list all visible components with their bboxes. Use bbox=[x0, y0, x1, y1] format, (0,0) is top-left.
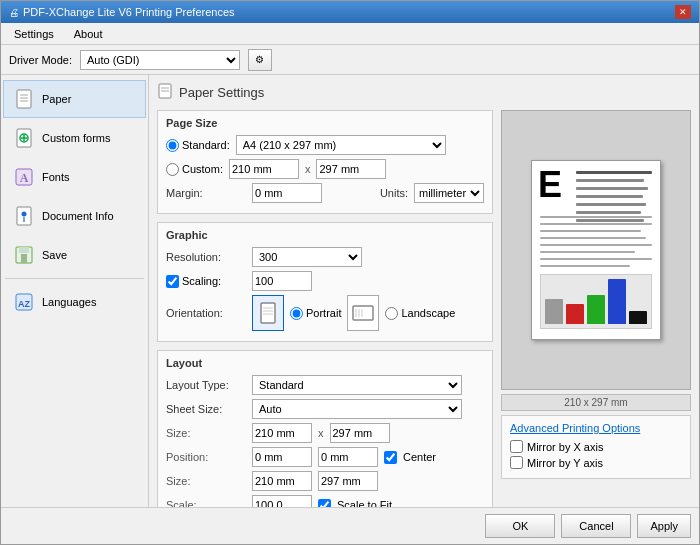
mirror-y-checkbox[interactable] bbox=[510, 456, 523, 469]
panel-title: Paper Settings bbox=[179, 85, 264, 100]
toolbar: Driver Mode: Auto (GDI) ⚙ bbox=[1, 45, 699, 75]
advanced-section: Advanced Printing Options Mirror by X ax… bbox=[501, 415, 691, 479]
sidebar-label-custom-forms: Custom forms bbox=[42, 132, 110, 144]
cancel-button[interactable]: Cancel bbox=[561, 514, 631, 538]
svg-rect-0 bbox=[17, 90, 31, 108]
custom-radio[interactable] bbox=[166, 163, 179, 176]
menu-item-about[interactable]: About bbox=[65, 25, 112, 43]
size-display-row: Size: x bbox=[166, 423, 484, 443]
main-window: 🖨 PDF-XChange Lite V6 Printing Preferenc… bbox=[0, 0, 700, 545]
layout-type-label: Layout Type: bbox=[166, 379, 246, 391]
sidebar-item-paper[interactable]: Paper bbox=[3, 80, 146, 118]
layout-section: Layout Layout Type: Standard Booklet n-U… bbox=[157, 350, 493, 507]
mirror-x-checkbox[interactable] bbox=[510, 440, 523, 453]
custom-width-input[interactable] bbox=[229, 159, 299, 179]
position-row: Position: Center bbox=[166, 447, 484, 467]
size2-height-input[interactable] bbox=[318, 471, 378, 491]
sidebar-label-document-info: Document Info bbox=[42, 210, 114, 222]
standard-row: Standard: A4 (210 x 297 mm) A3 Letter bbox=[166, 135, 484, 155]
portrait-radio[interactable] bbox=[290, 307, 303, 320]
standard-size-select[interactable]: A4 (210 x 297 mm) A3 Letter bbox=[236, 135, 446, 155]
custom-radio-label[interactable]: Custom: bbox=[166, 163, 223, 176]
position-x-input[interactable] bbox=[252, 447, 312, 467]
svg-rect-21 bbox=[261, 303, 275, 323]
standard-radio[interactable] bbox=[166, 139, 179, 152]
scale-input[interactable] bbox=[252, 495, 312, 507]
paper-sheet: E bbox=[531, 160, 661, 340]
sidebar-item-save[interactable]: Save bbox=[3, 236, 146, 274]
size-row: Size: bbox=[166, 471, 484, 491]
page-size-section: Page Size Standard: A4 (210 x 297 mm) A3… bbox=[157, 110, 493, 214]
sidebar-item-document-info[interactable]: i Document Info bbox=[3, 197, 146, 235]
sidebar-item-fonts[interactable]: A Fonts bbox=[3, 158, 146, 196]
window-title: PDF-XChange Lite V6 Printing Preferences bbox=[23, 6, 235, 18]
driver-settings-button[interactable]: ⚙ bbox=[248, 49, 272, 71]
panel-body: Page Size Standard: A4 (210 x 297 mm) A3… bbox=[157, 110, 691, 507]
paper-icon bbox=[12, 87, 36, 111]
graphic-section: Graphic Resolution: 300 150 600 1200 bbox=[157, 222, 493, 342]
landscape-button[interactable] bbox=[347, 295, 379, 331]
portrait-button[interactable] bbox=[252, 295, 284, 331]
scale-row: Scale: Scale to Fit bbox=[166, 495, 484, 507]
center-checkbox[interactable] bbox=[384, 451, 397, 464]
portrait-radio-label[interactable]: Portrait bbox=[290, 307, 341, 320]
landscape-radio-label[interactable]: Landscape bbox=[385, 307, 455, 320]
panel-header: Paper Settings bbox=[157, 83, 691, 102]
bottom-bar: OK Cancel Apply bbox=[1, 507, 699, 544]
orientation-label: Orientation: bbox=[166, 307, 246, 319]
close-button[interactable]: ✕ bbox=[675, 5, 691, 19]
fonts-icon: A bbox=[12, 165, 36, 189]
apply-button[interactable]: Apply bbox=[637, 514, 691, 538]
sidebar-item-languages[interactable]: AZ Languages bbox=[3, 283, 146, 321]
margin-row: Margin: Units: millimeter inch point bbox=[166, 183, 484, 203]
sheet-height-display[interactable] bbox=[330, 423, 390, 443]
main-panel: Paper Settings Page Size Standard: bbox=[149, 75, 699, 507]
layout-type-row: Layout Type: Standard Booklet n-Up bbox=[166, 375, 484, 395]
title-bar: 🖨 PDF-XChange Lite V6 Printing Preferenc… bbox=[1, 1, 699, 23]
sidebar-item-custom-forms[interactable]: Custom forms bbox=[3, 119, 146, 157]
sheet-size-row: Sheet Size: Auto A4 A3 bbox=[166, 399, 484, 419]
standard-radio-label[interactable]: Standard: bbox=[166, 139, 230, 152]
ok-button[interactable]: OK bbox=[485, 514, 555, 538]
sidebar-divider bbox=[5, 278, 144, 279]
svg-rect-14 bbox=[19, 247, 29, 253]
layout-type-select[interactable]: Standard Booklet n-Up bbox=[252, 375, 462, 395]
bottom-lines bbox=[540, 216, 652, 267]
svg-text:A: A bbox=[20, 171, 29, 185]
landscape-radio[interactable] bbox=[385, 307, 398, 320]
page-size-title: Page Size bbox=[166, 117, 484, 129]
custom-row: Custom: x bbox=[166, 159, 484, 179]
settings-form: Page Size Standard: A4 (210 x 297 mm) A3… bbox=[157, 110, 493, 507]
scaling-input[interactable] bbox=[252, 271, 312, 291]
position-y-input[interactable] bbox=[318, 447, 378, 467]
custom-forms-icon bbox=[12, 126, 36, 150]
orientation-row: Orientation: Portrait bbox=[166, 295, 484, 331]
menu-item-settings[interactable]: Settings bbox=[5, 25, 63, 43]
position-label: Position: bbox=[166, 451, 246, 463]
paper-preview: E bbox=[501, 110, 691, 390]
mirror-x-label: Mirror by X axis bbox=[527, 441, 603, 453]
layout-title: Layout bbox=[166, 357, 484, 369]
resolution-row: Resolution: 300 150 600 1200 bbox=[166, 247, 484, 267]
margin-input[interactable] bbox=[252, 183, 322, 203]
scale-label: Scale: bbox=[166, 499, 246, 507]
scaling-checkbox[interactable] bbox=[166, 275, 179, 288]
custom-height-input[interactable] bbox=[316, 159, 386, 179]
menu-bar: Settings About bbox=[1, 23, 699, 45]
resolution-select[interactable]: 300 150 600 1200 bbox=[252, 247, 362, 267]
svg-text:i: i bbox=[23, 214, 26, 224]
size2-width-input[interactable] bbox=[252, 471, 312, 491]
x-separator: x bbox=[305, 163, 311, 175]
content-area: Paper Custom forms A Fonts i Document In… bbox=[1, 75, 699, 507]
sheet-width-display[interactable] bbox=[252, 423, 312, 443]
units-select[interactable]: millimeter inch point bbox=[414, 183, 484, 203]
driver-mode-label: Driver Mode: bbox=[9, 54, 72, 66]
sheet-size-select[interactable]: Auto A4 A3 bbox=[252, 399, 462, 419]
panel-header-icon bbox=[157, 83, 173, 102]
svg-rect-15 bbox=[21, 254, 27, 263]
scaling-label: Scaling: bbox=[182, 275, 221, 287]
scale-to-fit-checkbox[interactable] bbox=[318, 499, 331, 508]
sheet-size-label: Sheet Size: bbox=[166, 403, 246, 415]
driver-mode-select[interactable]: Auto (GDI) bbox=[80, 50, 240, 70]
advanced-printing-options-link[interactable]: Advanced Printing Options bbox=[510, 422, 682, 434]
